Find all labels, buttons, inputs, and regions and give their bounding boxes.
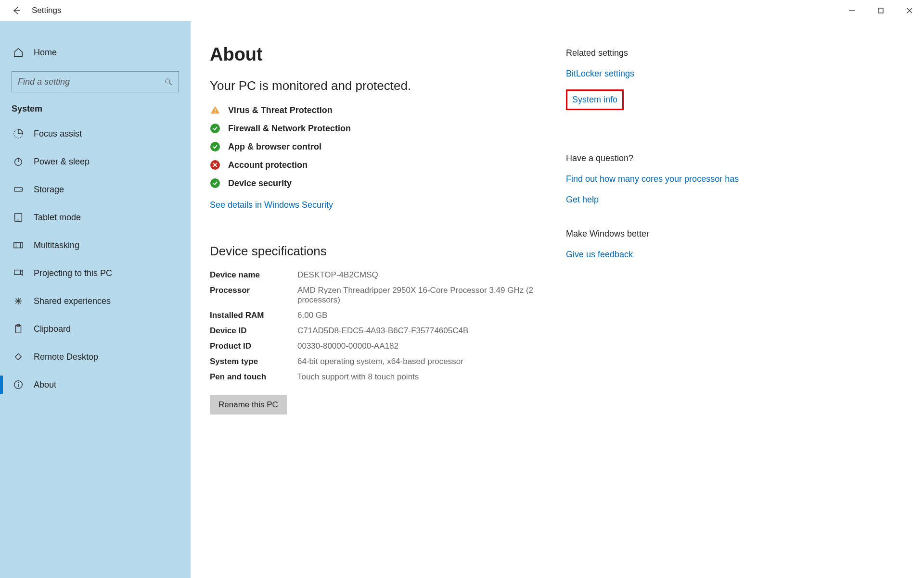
svg-rect-13 [14,243,23,248]
spec-label: Processor [210,286,292,305]
svg-point-21 [18,382,19,383]
tablet-icon [12,212,25,223]
sidebar-item-label: Clipboard [34,324,71,334]
power-icon [12,156,25,167]
sidebar-item-label: Storage [34,185,64,195]
sidebar-item-clipboard[interactable]: Clipboard [0,315,191,343]
system-info-link[interactable]: System info [572,95,617,105]
warning-triangle-icon [210,105,220,115]
spec-label: Device ID [210,326,292,336]
protection-row: ✕Account protection [210,160,547,170]
sidebar-item-label: About [34,380,56,390]
spec-value: AMD Ryzen Threadripper 2950X 16-Core Pro… [297,286,547,305]
clipboard-icon [12,324,25,334]
protection-row: Virus & Threat Protection [210,105,547,115]
sidebar-item-about[interactable]: About [0,371,191,399]
feedback-link[interactable]: Give us feedback [566,250,749,260]
shared-icon [12,296,25,306]
remote-icon [12,352,25,362]
svg-rect-16 [14,270,21,275]
spec-label: Installed RAM [210,311,292,320]
question-heading: Have a question? [566,153,749,163]
sidebar-item-label: Focus assist [34,129,82,139]
close-button[interactable] [895,0,924,21]
spec-label: Device name [210,270,292,280]
sidebar-item-label: Tablet mode [34,213,81,223]
back-button[interactable] [10,4,23,17]
search-input[interactable] [18,77,164,87]
sidebar-item-multitask[interactable]: Multitasking [0,231,191,259]
make-better-heading: Make Windows better [566,229,749,239]
protection-row: Device security [210,178,547,188]
sidebar-item-focus[interactable]: Focus assist [0,120,191,148]
sidebar-home-label: Home [34,48,57,58]
spec-value: C71AD5D8-EDC5-4A93-B6C7-F35774605C4B [297,326,547,336]
home-icon [12,47,25,58]
get-help-link[interactable]: Get help [566,195,749,205]
svg-line-5 [169,83,172,85]
spec-value: 00330-80000-00000-AA182 [297,341,547,351]
main-content: About Your PC is monitored and protected… [210,44,547,578]
sidebar-item-shared[interactable]: Shared experiences [0,287,191,315]
protection-heading: Your PC is monitored and protected. [210,78,547,93]
right-column: Related settings BitLocker settings Syst… [566,44,749,578]
protection-row: App & browser control [210,141,547,152]
windows-security-link[interactable]: See details in Windows Security [210,200,333,210]
sidebar: Settings Home System Focus assistPower &… [0,21,191,578]
multitask-icon [12,240,25,251]
sidebar-item-label: Projecting to this PC [34,268,112,278]
check-circle-icon [210,141,220,152]
svg-point-23 [215,112,216,113]
system-info-highlight: System info [566,89,624,110]
check-circle-icon [210,123,220,134]
sidebar-home[interactable]: Home [0,40,191,64]
minimize-button[interactable] [837,0,866,21]
spec-value: 6.00 GB [297,311,547,320]
protection-label: Device security [228,178,292,188]
sidebar-item-label: Shared experiences [34,296,111,306]
page-title: About [210,44,547,65]
spec-label: Product ID [210,341,292,351]
svg-rect-1 [878,8,883,13]
protection-label: Firewall & Network Protection [228,124,351,134]
sidebar-item-label: Power & sleep [34,157,90,167]
about-icon [12,379,25,390]
protection-label: Virus & Threat Protection [228,105,333,115]
spec-value: Touch support with 8 touch points [297,372,547,382]
processor-cores-link[interactable]: Find out how many cores your processor h… [566,174,749,184]
sidebar-item-tablet[interactable]: Tablet mode [0,203,191,231]
search-icon [164,77,173,86]
maximize-button[interactable] [866,0,895,21]
spec-label: System type [210,357,292,366]
spec-label: Pen and touch [210,372,292,382]
sidebar-item-remote[interactable]: Remote Desktop [0,343,191,371]
bitlocker-link[interactable]: BitLocker settings [566,69,749,79]
related-settings-heading: Related settings [566,48,749,58]
check-circle-icon [210,178,220,188]
search-box[interactable] [12,71,179,92]
app-title: Settings [32,6,61,15]
spec-value: 64-bit operating system, x64-based proce… [297,357,547,366]
sidebar-item-storage[interactable]: Storage [0,176,191,203]
error-circle-icon: ✕ [210,160,220,170]
sidebar-item-label: Remote Desktop [34,352,98,362]
svg-point-10 [21,189,22,190]
storage-icon [12,184,25,195]
sidebar-category: System [0,92,191,120]
sidebar-item-power[interactable]: Power & sleep [0,148,191,176]
sidebar-item-project[interactable]: Projecting to this PC [0,259,191,287]
focus-icon [12,128,25,139]
svg-point-4 [166,79,170,83]
protection-label: Account protection [228,160,308,170]
sidebar-item-label: Multitasking [34,240,79,251]
device-spec-heading: Device specifications [210,244,547,259]
rename-pc-button[interactable]: Rename this PC [210,395,287,415]
protection-label: App & browser control [228,142,321,152]
project-icon [12,268,25,278]
spec-value: DESKTOP-4B2CMSQ [297,270,547,280]
protection-row: Firewall & Network Protection [210,123,547,134]
